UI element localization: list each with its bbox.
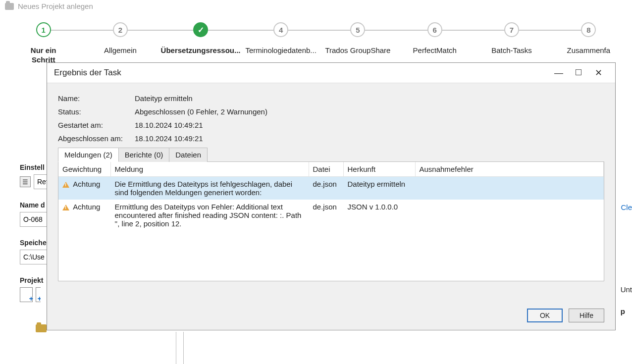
step-label: Nur ein Schritt — [5, 46, 82, 65]
cell-file: de.json — [309, 177, 343, 200]
tab-reports[interactable]: Berichte (0) — [119, 148, 170, 162]
step-label: Terminologiedatenb... — [242, 46, 319, 55]
table-row[interactable]: AchtungErmittlung des Dateityps von Fehl… — [58, 200, 604, 231]
add-file-icon[interactable] — [20, 287, 33, 302]
help-button[interactable]: Hilfe — [569, 309, 604, 322]
app-icon — [5, 3, 14, 10]
warning-icon — [62, 205, 69, 210]
step-circle: 3 — [193, 22, 208, 37]
step-circle: 5 — [350, 22, 365, 37]
step-label: PerfectMatch — [396, 46, 473, 55]
wizard-step-4[interactable]: 4Terminologiedatenb... — [242, 22, 319, 55]
cell-file: de.json — [309, 200, 343, 231]
wizard-step-8[interactable]: 8Zusammenfa — [550, 22, 627, 55]
prop-start-label: Gestartet am: — [58, 121, 135, 129]
step-circle: 2 — [113, 22, 128, 37]
wizard-step-3[interactable]: 3Übersetzungsressou... — [159, 22, 243, 55]
step-circle: 8 — [581, 22, 596, 37]
folder-row — [36, 324, 47, 332]
prop-name-value: Dateityp ermitteln — [135, 94, 193, 103]
minimize-button[interactable]: — — [549, 68, 569, 78]
wizard-steps: 1Nur ein Schritt2Allgemein3Übersetzungsr… — [0, 12, 632, 70]
cell-message: Ermittlung des Dateityps von Fehler: Add… — [110, 200, 309, 231]
add-file-icon-2[interactable] — [36, 287, 41, 302]
cell-weight: Achtung — [58, 177, 110, 200]
task-properties: Name:Dateityp ermitteln Status:Abgeschlo… — [58, 94, 604, 143]
wizard-step-6[interactable]: 6PerfectMatch — [396, 22, 473, 55]
settings-icon[interactable]: ☰ — [20, 176, 31, 187]
dialog-buttons: OK Hilfe — [527, 309, 604, 322]
window-title: Neues Projekt anlegen — [18, 2, 93, 10]
step-circle: 4 — [273, 22, 288, 37]
table-row[interactable]: AchtungDie Ermittlung des Dateityps ist … — [58, 177, 604, 200]
cell-origin: JSON v 1.0.0.0 — [343, 200, 415, 231]
prop-end-value: 18.10.2024 10:49:21 — [135, 134, 203, 143]
close-button[interactable]: ✕ — [588, 67, 608, 78]
window-titlebar: Neues Projekt anlegen — [0, 0, 632, 12]
task-result-dialog: Ergebnis der Task — ✕ Name:Dateityp ermi… — [47, 62, 616, 330]
tab-bar: Meldungen (2) Berichte (0) Dateien — [58, 148, 604, 162]
cell-origin: Dateityp ermitteln — [343, 177, 415, 200]
step-circle: 1 — [36, 22, 51, 37]
cell-message: Die Ermittlung des Dateityps ist fehlges… — [110, 177, 309, 200]
wizard-step-1[interactable]: 1Nur ein Schritt — [5, 22, 82, 65]
ok-button[interactable]: OK — [527, 309, 563, 322]
col-origin[interactable]: Herkunft — [343, 162, 415, 177]
step-label: Übersetzungsressou... — [159, 46, 243, 55]
maximize-button[interactable] — [569, 69, 588, 77]
prop-end-label: Abgeschlossen am: — [58, 134, 135, 143]
warning-icon — [62, 182, 69, 188]
cell-weight: Achtung — [58, 200, 110, 231]
col-exception[interactable]: Ausnahmefehler — [415, 162, 604, 177]
wizard-step-7[interactable]: 7Batch-Tasks — [473, 22, 550, 55]
step-label: Allgemein — [82, 46, 158, 55]
tab-messages[interactable]: Meldungen (2) — [58, 148, 119, 162]
prop-status-label: Status: — [58, 107, 135, 116]
dialog-titlebar[interactable]: Ergebnis der Task — ✕ — [47, 63, 615, 83]
messages-pane: Gewichtung Meldung Datei Herkunft Ausnah… — [58, 161, 604, 281]
folder-icon[interactable] — [36, 324, 47, 332]
cell-exception — [415, 177, 604, 200]
p-label: p — [621, 307, 625, 315]
clear-link[interactable]: Cle — [621, 203, 632, 211]
unt-label: Unt — [621, 285, 632, 294]
dialog-body: Name:Dateityp ermitteln Status:Abgeschlo… — [47, 83, 615, 329]
step-circle: 7 — [504, 22, 519, 37]
col-weight[interactable]: Gewichtung — [58, 162, 110, 177]
messages-table: Gewichtung Meldung Datei Herkunft Ausnah… — [58, 162, 604, 231]
step-label: Batch-Tasks — [473, 46, 550, 55]
col-file[interactable]: Datei — [309, 162, 343, 177]
step-circle: 6 — [427, 22, 442, 37]
dialog-title: Ergebnis der Task — [54, 68, 549, 78]
cell-exception — [415, 200, 604, 231]
tab-files[interactable]: Dateien — [169, 148, 208, 162]
step-label: Zusammenfa — [550, 46, 627, 55]
step-label: Trados GroupShare — [319, 46, 396, 55]
side-links: Cle — [621, 203, 632, 215]
prop-start-value: 18.10.2024 10:49:21 — [135, 121, 203, 129]
storage-input[interactable] — [20, 250, 50, 264]
wizard-step-5[interactable]: 5Trados GroupShare — [319, 22, 396, 55]
divider — [176, 332, 176, 364]
wizard-step-2[interactable]: 2Allgemein — [82, 22, 158, 55]
col-message[interactable]: Meldung — [110, 162, 309, 177]
prop-status-value: Abgeschlossen (0 Fehler, 2 Warnungen) — [135, 107, 267, 116]
divider — [183, 332, 184, 364]
prop-name-label: Name: — [58, 94, 135, 103]
name-input[interactable] — [20, 212, 50, 227]
